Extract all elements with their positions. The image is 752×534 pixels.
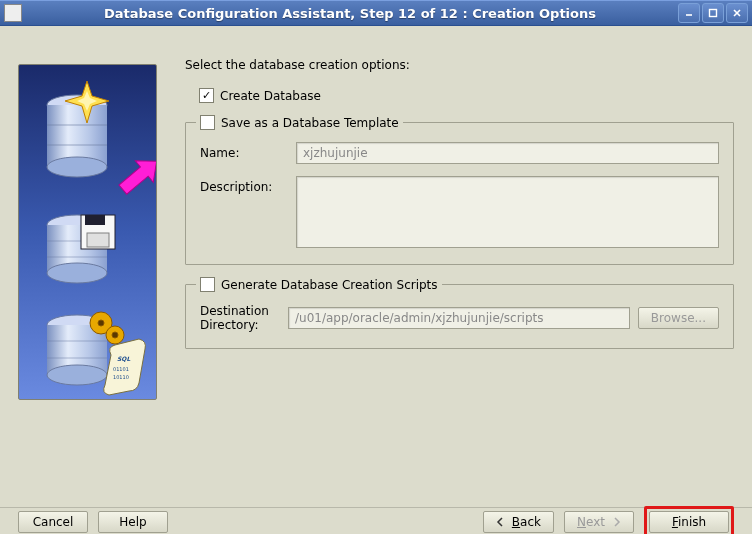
scripts-group: Generate Database Creation Scripts Desti… bbox=[185, 277, 734, 349]
dest-dir-label: Destination Directory: bbox=[200, 304, 280, 332]
footer: Cancel Help Back Next Finish bbox=[0, 508, 752, 534]
template-desc-label: Description: bbox=[200, 176, 288, 194]
next-button[interactable]: Next bbox=[564, 511, 634, 533]
dest-dir-input[interactable] bbox=[288, 307, 630, 329]
content-area: SQL 01101 10110 Select the database crea… bbox=[0, 26, 752, 508]
window: Database Configuration Assistant, Step 1… bbox=[0, 0, 752, 534]
finish-button[interactable]: Finish bbox=[649, 511, 729, 533]
template-name-label: Name: bbox=[200, 142, 288, 160]
svg-point-22 bbox=[47, 365, 107, 385]
generate-scripts-checkbox[interactable] bbox=[200, 277, 215, 292]
chevron-right-icon bbox=[611, 517, 621, 527]
window-title: Database Configuration Assistant, Step 1… bbox=[22, 6, 678, 21]
browse-button[interactable]: Browse... bbox=[638, 307, 719, 329]
help-button[interactable]: Help bbox=[98, 511, 168, 533]
intro-text: Select the database creation options: bbox=[185, 58, 734, 72]
create-database-row: ✓ Create Database bbox=[199, 88, 734, 103]
save-template-label: Save as a Database Template bbox=[221, 116, 399, 130]
back-button[interactable]: Back bbox=[483, 511, 554, 533]
svg-rect-18 bbox=[85, 215, 105, 225]
svg-point-14 bbox=[47, 263, 107, 283]
generate-scripts-label: Generate Database Creation Scripts bbox=[221, 278, 438, 292]
svg-marker-11 bbox=[114, 151, 156, 201]
svg-rect-1 bbox=[710, 10, 717, 17]
wizard-side-image: SQL 01101 10110 bbox=[18, 64, 157, 400]
svg-point-28 bbox=[112, 332, 118, 338]
back-label-rest: ack bbox=[520, 515, 541, 529]
app-icon bbox=[4, 4, 22, 22]
svg-point-26 bbox=[98, 320, 104, 326]
template-desc-input[interactable] bbox=[296, 176, 719, 248]
minimize-button[interactable] bbox=[678, 3, 700, 23]
svg-text:10110: 10110 bbox=[113, 374, 129, 380]
finish-highlight: Finish bbox=[644, 506, 734, 534]
titlebar: Database Configuration Assistant, Step 1… bbox=[0, 0, 752, 26]
svg-text:01101: 01101 bbox=[113, 366, 129, 372]
template-name-input[interactable] bbox=[296, 142, 719, 164]
svg-rect-19 bbox=[87, 233, 109, 247]
close-button[interactable] bbox=[726, 3, 748, 23]
svg-text:SQL: SQL bbox=[117, 355, 130, 362]
create-database-checkbox[interactable]: ✓ bbox=[199, 88, 214, 103]
chevron-left-icon bbox=[496, 517, 506, 527]
cancel-button[interactable]: Cancel bbox=[18, 511, 88, 533]
maximize-button[interactable] bbox=[702, 3, 724, 23]
main-column: Select the database creation options: ✓ … bbox=[185, 58, 734, 501]
template-group: Save as a Database Template Name: Descri… bbox=[185, 115, 734, 265]
create-database-label: Create Database bbox=[220, 89, 321, 103]
finish-label-rest: inish bbox=[678, 515, 706, 529]
window-buttons bbox=[678, 3, 748, 23]
save-template-checkbox[interactable] bbox=[200, 115, 215, 130]
next-label-rest: ext bbox=[586, 515, 605, 529]
svg-point-6 bbox=[47, 157, 107, 177]
